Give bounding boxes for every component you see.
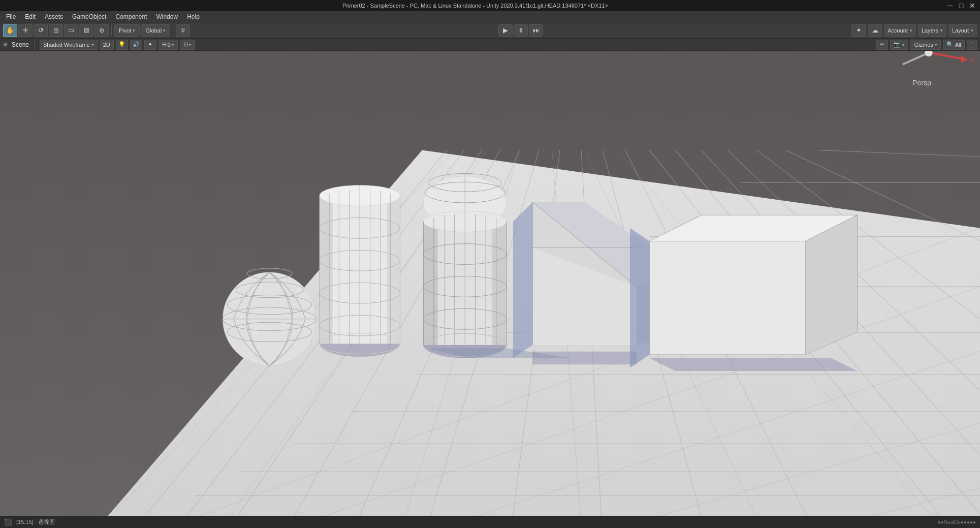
scene-layers-icon: ⊡ bbox=[183, 41, 188, 48]
search-icon: 🔍 bbox=[946, 41, 954, 48]
scene-viewport[interactable]: Y X Persp bbox=[0, 51, 980, 516]
scene-right-toolbar: ✂ 📷 ▾ Gizmos ▾ 🔍 All bbox=[876, 40, 965, 50]
layout-dropdown-icon: ▾ bbox=[971, 28, 973, 33]
global-dropdown-icon: ▾ bbox=[163, 28, 166, 33]
menu-file[interactable]: File bbox=[2, 12, 20, 21]
shading-label: Shaded Wireframe bbox=[43, 42, 90, 48]
menu-assets[interactable]: Assets bbox=[41, 12, 67, 21]
status-icon: ⬛ bbox=[4, 518, 12, 526]
menu-window[interactable]: Window bbox=[152, 12, 182, 21]
gizmos-label: Gizmos bbox=[914, 42, 933, 48]
step-button[interactable]: ⏭ bbox=[529, 24, 543, 37]
pause-button[interactable]: ⏸ bbox=[514, 24, 528, 37]
right-toolbar: ✦ ☁ Account ▾ Layers ▾ Layout ▾ bbox=[851, 24, 977, 37]
camera-dropdown-icon: ▾ bbox=[902, 42, 905, 47]
scene-audio-button[interactable]: 🔊 bbox=[130, 40, 142, 50]
scene-fx-button[interactable]: ✦ bbox=[144, 40, 156, 50]
window-controls: ─ □ ✕ bbox=[946, 2, 976, 9]
custom-tool-button[interactable]: ⊕ bbox=[94, 24, 109, 37]
scene-overlay-dropdown-icon: ▾ bbox=[172, 42, 174, 47]
shading-dropdown-icon: ▾ bbox=[91, 42, 94, 47]
move-tool-button[interactable]: ✛ bbox=[18, 24, 33, 37]
account-dropdown[interactable]: Account ▾ bbox=[884, 24, 916, 37]
menu-component[interactable]: Component bbox=[111, 12, 151, 21]
scene-canvas: Y X Persp bbox=[0, 51, 980, 516]
layers-label: Layers bbox=[922, 27, 938, 34]
account-dropdown-icon: ▾ bbox=[910, 28, 912, 33]
status-right-text: ●●NestDo●●●●● bbox=[937, 519, 976, 525]
wedge-blue-highlight bbox=[513, 202, 532, 358]
scale-tool-button[interactable]: ⊞ bbox=[49, 24, 63, 37]
global-button[interactable]: Global ▾ bbox=[141, 24, 170, 37]
svg-text:X: X bbox=[969, 55, 974, 64]
layers-dropdown[interactable]: Layers ▾ bbox=[918, 24, 946, 37]
scene-overlay-count: 0 bbox=[168, 42, 171, 48]
scene-layers-button[interactable]: ⊡ ▾ bbox=[180, 40, 195, 50]
pivot-label: Pivot bbox=[119, 27, 131, 34]
scene-svg: Y X Persp bbox=[0, 51, 980, 516]
title-bar: Primer02 - SampleScene - PC, Mac & Linux… bbox=[0, 0, 980, 11]
2d-toggle[interactable]: 2D bbox=[100, 40, 114, 50]
sep-scene bbox=[34, 39, 35, 50]
scene-hash-icon: ⊞ bbox=[3, 41, 8, 48]
2d-label: 2D bbox=[103, 42, 110, 48]
scene-more-menu[interactable]: ⋮ bbox=[967, 40, 977, 50]
status-text: [15:15] · 透视图 bbox=[16, 518, 55, 526]
gizmos-dropdown-icon: ▾ bbox=[935, 42, 937, 47]
menu-gameobject[interactable]: GameObject bbox=[68, 12, 110, 21]
scene-overlay-button[interactable]: ⊟ 0 ▾ bbox=[159, 40, 178, 50]
snap-button[interactable]: # bbox=[176, 24, 190, 37]
layout-dropdown[interactable]: Layout ▾ bbox=[949, 24, 977, 37]
scene-camera-button[interactable]: 📷 ▾ bbox=[890, 40, 908, 50]
transform-tool-button[interactable]: ⊠ bbox=[79, 24, 93, 37]
menu-edit[interactable]: Edit bbox=[21, 12, 40, 21]
layout-label: Layout bbox=[952, 27, 969, 34]
scene-overlay-icon: ⊟ bbox=[162, 41, 167, 48]
wedge-shadow bbox=[532, 352, 637, 365]
camera-icon: 📷 bbox=[894, 41, 901, 48]
box-front bbox=[649, 241, 805, 355]
pivot-dropdown-icon: ▾ bbox=[133, 28, 135, 33]
rotate-tool-button[interactable]: ↺ bbox=[34, 24, 48, 37]
all-label: All bbox=[955, 42, 961, 48]
shading-dropdown[interactable]: Shaded Wireframe ▾ bbox=[40, 40, 98, 50]
gizmos-dropdown[interactable]: Gizmos ▾ bbox=[910, 40, 940, 50]
box-blue-highlight bbox=[630, 228, 649, 368]
scene-light-button[interactable]: 💡 bbox=[116, 40, 128, 50]
minimize-button[interactable]: ─ bbox=[946, 2, 954, 9]
cyl1-shade-left bbox=[320, 196, 333, 344]
scene-light-icon: 💡 bbox=[118, 41, 125, 48]
scene-view-bar: ⊞ Scene Shaded Wireframe ▾ 2D 💡 🔊 ✦ ⊟ 0 … bbox=[0, 39, 980, 51]
svg-text:Persp: Persp bbox=[912, 79, 931, 87]
close-button[interactable]: ✕ bbox=[969, 2, 976, 9]
separator-1 bbox=[111, 25, 112, 36]
account-label: Account bbox=[888, 27, 908, 34]
scene-audio-icon: 🔊 bbox=[133, 41, 140, 48]
toolbar: ✋ ✛ ↺ ⊞ ▭ ⊠ ⊕ Pivot ▾ Global ▾ # ▶ ⏸ ⏭ ✦… bbox=[0, 22, 980, 39]
hand-tool-button[interactable]: ✋ bbox=[3, 24, 17, 37]
maximize-button[interactable]: □ bbox=[958, 2, 965, 9]
pivot-button[interactable]: Pivot ▾ bbox=[114, 24, 140, 37]
cyl1-shade-right bbox=[387, 196, 400, 344]
rect-tool-button[interactable]: ▭ bbox=[64, 24, 78, 37]
layers-dropdown-icon: ▾ bbox=[940, 28, 943, 33]
status-bar: ⬛ [15:15] · 透视图 ●●NestDo●●●●● bbox=[0, 516, 980, 528]
global-label: Global bbox=[145, 27, 162, 34]
search-scene-button[interactable]: 🔍 All bbox=[943, 40, 965, 50]
collab-icon[interactable]: ✦ bbox=[851, 24, 866, 37]
scene-transform-icon[interactable]: ✂ bbox=[876, 40, 888, 50]
title-text: Primer02 - SampleScene - PC, Mac & Linux… bbox=[4, 3, 946, 9]
separator-2 bbox=[173, 25, 173, 36]
scene-layers-dropdown-icon: ▾ bbox=[189, 42, 192, 47]
services-icon[interactable]: ☁ bbox=[868, 24, 882, 37]
play-controls: ▶ ⏸ ⏭ bbox=[498, 24, 543, 37]
menu-help[interactable]: Help bbox=[183, 12, 204, 21]
scene-tab-label[interactable]: Scene bbox=[12, 41, 29, 48]
scene-fx-icon: ✦ bbox=[148, 41, 152, 48]
box-shadow bbox=[649, 358, 857, 371]
play-button[interactable]: ▶ bbox=[498, 24, 513, 37]
menu-bar: File Edit Assets GameObject Component Wi… bbox=[0, 11, 980, 22]
